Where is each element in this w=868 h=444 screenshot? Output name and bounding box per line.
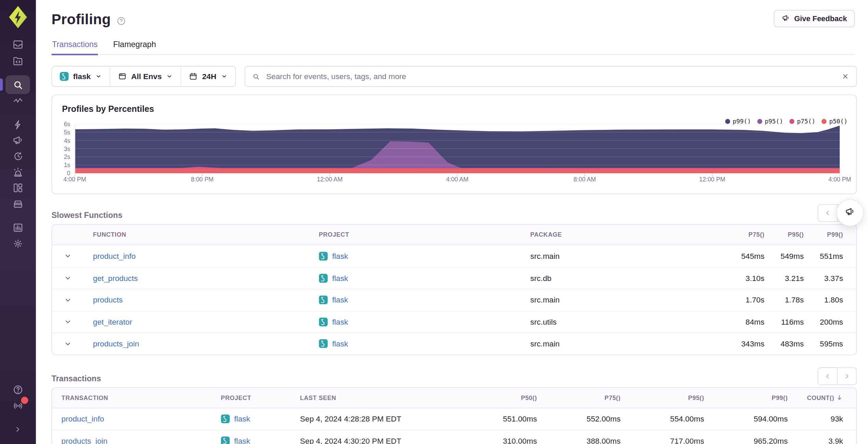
project-link[interactable]: flask <box>234 415 250 424</box>
date-range-filter[interactable]: 24H <box>180 66 235 86</box>
tab-transactions[interactable]: Transactions <box>52 40 98 55</box>
active-nav-indicator <box>0 78 3 91</box>
sentry-logo-icon[interactable] <box>9 6 27 28</box>
environment-filter[interactable]: All Envs <box>110 66 180 86</box>
column-header-p95[interactable]: P95() <box>621 394 704 401</box>
sidebar-collapse-button[interactable] <box>5 423 30 438</box>
column-header-project[interactable]: PROJECT <box>221 394 300 401</box>
function-link[interactable]: get_iterator <box>93 317 132 326</box>
column-header-p95[interactable]: P95() <box>765 231 804 238</box>
column-header-p50[interactable]: P50() <box>453 394 537 401</box>
function-link[interactable]: product_info <box>93 252 136 261</box>
x-axis-tick: 8:00 AM <box>563 176 607 182</box>
chart-title: Profiles by Percentiles <box>62 104 154 114</box>
project-link[interactable]: flask <box>332 317 348 326</box>
p75-cell: 343ms <box>704 339 764 348</box>
expand-chevron-down-icon[interactable] <box>64 252 72 260</box>
megaphone-icon <box>845 206 855 219</box>
p95-cell: 549ms <box>765 252 804 261</box>
function-link[interactable]: get_products <box>93 274 138 283</box>
sidebar-item-dashboards[interactable] <box>5 180 30 195</box>
transaction-link[interactable]: products_join <box>61 437 107 444</box>
flask-project-icon <box>221 437 230 444</box>
sidebar-item-help[interactable] <box>5 383 30 398</box>
transaction-cell: products_join <box>61 437 221 444</box>
table-row: products_joinflasksrc.main343ms483ms595m… <box>52 332 856 354</box>
table-row: product_infoflasksrc.main545ms549ms551ms <box>52 245 856 267</box>
package-cell: src.db <box>530 274 704 283</box>
project-link[interactable]: flask <box>332 339 348 348</box>
project-link[interactable]: flask <box>234 437 250 444</box>
column-header-p75[interactable]: P75() <box>704 231 764 238</box>
column-header-p99[interactable]: P99() <box>704 394 788 401</box>
pager-prev-button[interactable] <box>818 367 837 385</box>
column-header-last-seen[interactable]: LAST SEEN <box>300 394 453 401</box>
chevron-left-icon <box>824 209 831 217</box>
sidebar-item-stats[interactable] <box>5 220 30 235</box>
table-row: productsflasksrc.main1.70s1.78s1.80s <box>52 289 856 311</box>
p99-cell: 1.80s <box>804 296 843 305</box>
megaphone-icon <box>12 134 24 146</box>
expand-chevron-down-icon[interactable] <box>64 318 72 326</box>
tab-flamegraph[interactable]: Flamegraph <box>113 40 157 55</box>
column-header-package[interactable]: PACKAGE <box>530 231 704 238</box>
project-link[interactable]: flask <box>332 252 348 261</box>
project-link[interactable]: flask <box>332 296 348 305</box>
screenshot-stage: Profiling Give Feedback TransactionsFlam… <box>0 0 868 444</box>
sidebar-item-settings[interactable] <box>5 236 30 251</box>
function-cell: product_info <box>93 252 319 261</box>
p95-cell: 483ms <box>765 339 804 348</box>
sidebar-item-explore[interactable] <box>5 53 30 69</box>
project-cell: flask <box>319 317 531 326</box>
column-header-count[interactable]: COUNT() <box>788 394 843 401</box>
sidebar-item-metrics[interactable] <box>5 93 30 108</box>
x-axis-tick: 8:00 PM <box>180 176 225 182</box>
legend-dot <box>725 119 730 124</box>
function-link[interactable]: products_join <box>93 339 139 348</box>
sidebar-item-whats-new[interactable] <box>5 399 30 414</box>
sidebar-item-feedback[interactable] <box>5 132 30 148</box>
pager-next-button[interactable] <box>838 367 857 385</box>
give-feedback-button[interactable]: Give Feedback <box>774 10 855 27</box>
project-filter[interactable]: flask <box>52 66 110 86</box>
floating-feedback-button[interactable] <box>837 199 864 226</box>
sidebar-item-alerts[interactable] <box>5 164 30 180</box>
sidebar-item-releases[interactable] <box>5 196 30 211</box>
expand-chevron-down-icon[interactable] <box>64 274 72 282</box>
expand-chevron-down-icon[interactable] <box>64 296 72 304</box>
table-header-row: TRANSACTIONPROJECTLAST SEENP50()P75()P95… <box>52 388 856 408</box>
p99-cell: 200ms <box>804 317 843 326</box>
pager-prev-button[interactable] <box>818 204 837 222</box>
calendar-icon <box>189 72 198 81</box>
column-header-project[interactable]: PROJECT <box>319 231 531 238</box>
project-link[interactable]: flask <box>332 274 348 283</box>
expand-chevron-down-icon[interactable] <box>64 340 72 348</box>
slowest-functions-title: Slowest Functions <box>52 211 122 220</box>
transactions-pager <box>818 367 857 385</box>
search-icon <box>252 72 260 80</box>
function-link[interactable]: products <box>93 296 123 305</box>
p75-cell: 545ms <box>704 252 764 261</box>
page-help-icon[interactable] <box>116 16 126 26</box>
column-header-function[interactable]: FUNCTION <box>93 231 319 238</box>
sidebar-item-issues[interactable] <box>5 36 30 52</box>
search-clear-icon[interactable] <box>841 72 850 81</box>
x-axis-tick: 4:00 PM <box>818 176 862 182</box>
p75-cell: 552.00ms <box>537 415 621 424</box>
metrics-icon <box>12 95 24 106</box>
column-header-p99[interactable]: P99() <box>804 231 843 238</box>
project-cell: flask <box>319 296 531 305</box>
sidebar-item-quickstart[interactable] <box>5 117 30 132</box>
p50-cell: 551.00ms <box>453 415 537 424</box>
sidebar-item-search[interactable] <box>5 75 30 94</box>
window-icon <box>118 72 127 81</box>
megaphone-icon <box>781 14 790 24</box>
column-header-transaction[interactable]: TRANSACTION <box>61 394 221 401</box>
project-cell: flask <box>221 437 300 444</box>
search-input[interactable] <box>265 71 836 81</box>
transaction-link[interactable]: product_info <box>61 415 104 424</box>
column-header-p75[interactable]: P75() <box>537 394 621 401</box>
sidebar-item-replays[interactable] <box>5 148 30 164</box>
give-feedback-label: Give Feedback <box>794 14 847 23</box>
table-row: get_productsflasksrc.db3.10s3.21s3.37s <box>52 267 856 289</box>
